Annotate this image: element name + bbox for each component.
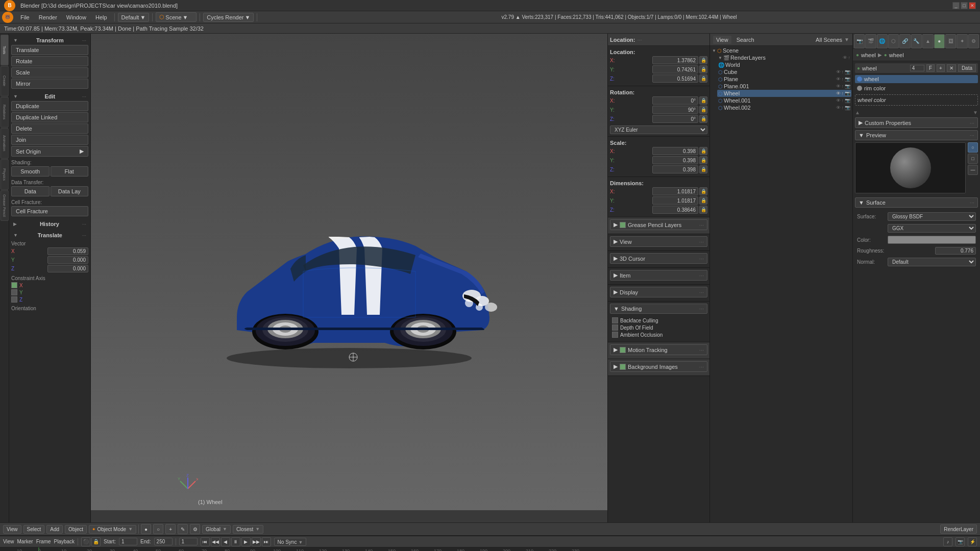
distribution-dropdown[interactable]: GGX [888, 224, 976, 233]
stop-btn[interactable]: ⏸ [231, 537, 240, 546]
playback-label[interactable]: Playback [54, 539, 75, 544]
edit-header[interactable]: ▼ Edit ··· [11, 92, 88, 101]
grease-pencil-checkbox[interactable] [620, 222, 626, 228]
tool-view-btn[interactable]: View [3, 525, 21, 534]
mode-dropdown[interactable]: ● Object Mode ▼ [89, 525, 136, 534]
object-props-tab[interactable]: ⬡ [888, 34, 899, 48]
toolbar-icon4[interactable]: ✎ [178, 524, 188, 534]
frame-label[interactable]: Frame [36, 539, 51, 544]
cell-fracture-button[interactable]: Cell Fracture [11, 206, 88, 216]
outliner-search-label[interactable]: Search [733, 36, 757, 44]
cube-render-icon[interactable]: 📷 [845, 69, 850, 74]
depth-of-field-checkbox[interactable] [612, 324, 618, 331]
record-btn[interactable]: ⚫ [81, 537, 90, 546]
toolbar-icon2[interactable]: ○ [153, 524, 163, 534]
material-slot-name[interactable]: wheel [862, 65, 908, 71]
shading-props-header[interactable]: ▼ Shading ··· [610, 304, 707, 314]
cursor-3d-header[interactable]: ▶ 3D Cursor ··· [610, 253, 707, 264]
mirror-button[interactable]: Mirror [11, 79, 88, 89]
physics-tab[interactable]: Physics [1, 159, 9, 190]
dim-y-lock[interactable]: 🔒 [699, 196, 707, 205]
color-picker[interactable] [888, 236, 976, 244]
dim-z-lock[interactable]: 🔒 [699, 206, 707, 214]
join-button[interactable]: Join [11, 135, 88, 145]
scale-y-input[interactable] [652, 156, 698, 164]
wheel001-render-icon[interactable]: 📷 [845, 98, 850, 103]
current-frame-input[interactable] [179, 538, 198, 545]
outliner-renderlayers[interactable]: ▼ 🎬 RenderLayers 👁 ↑ [717, 54, 851, 61]
translate-sec-header[interactable]: ▼ Translate ··· [11, 231, 88, 240]
scene-props-tab[interactable]: 🎬 [865, 34, 876, 48]
rot-y-input[interactable] [652, 106, 698, 114]
menu-render[interactable]: Render [35, 13, 61, 21]
snap-time-btn[interactable]: ⚡ [968, 537, 977, 546]
outliner-wheel001[interactable]: ⬡ Wheel.001 👁 ↑ 📷 [717, 97, 851, 104]
toolbar-icon5[interactable]: ⚙ [190, 524, 200, 534]
item-header[interactable]: ▶ Item ··· [610, 270, 707, 281]
wheel002-select-icon[interactable]: ↑ [842, 105, 844, 110]
modifier-props-tab[interactable]: 🔧 [911, 34, 922, 48]
wheel001-select-icon[interactable]: ↑ [842, 98, 844, 103]
view-label[interactable]: View [3, 539, 14, 544]
cube-select-icon[interactable]: ↑ [842, 69, 844, 74]
delete-button[interactable]: Delete [11, 123, 88, 134]
preview-cube-btn[interactable]: □ [968, 154, 978, 164]
loc-x-input[interactable] [652, 56, 698, 64]
plane-render-icon[interactable]: 📷 [845, 77, 850, 82]
outliner-plane001[interactable]: ⬡ Plane.001 👁 ↑ 📷 [717, 83, 851, 90]
toolbar-icon1[interactable]: ● [141, 524, 151, 534]
camera-btn[interactable]: 📷 [955, 537, 965, 546]
background-images-header[interactable]: ▶ Background Images ··· [610, 361, 707, 372]
scale-button[interactable]: Scale [11, 67, 88, 78]
wheel001-visibility-icon[interactable]: 👁 [836, 98, 841, 103]
material-data-btn[interactable]: Data [958, 64, 976, 72]
particle-props-tab[interactable]: ✦ [957, 34, 967, 48]
cube-visibility-icon[interactable]: 👁 [836, 69, 841, 74]
snap-dropdown[interactable]: Closest ▼ [233, 525, 263, 534]
loc-z-input[interactable] [652, 74, 698, 83]
custom-properties-header[interactable]: ▶ Custom Properties ··· [855, 117, 978, 128]
roughness-input[interactable] [935, 247, 976, 255]
data-button[interactable]: Data [11, 186, 50, 196]
titlebar-controls[interactable]: _ □ ✕ [952, 2, 976, 9]
rot-z-lock[interactable]: 🔒 [699, 115, 707, 123]
rot-y-lock[interactable]: 🔒 [699, 106, 707, 114]
tools-tab[interactable]: Tools [1, 35, 9, 65]
rotation-mode-dropdown[interactable]: XYZ Euler [610, 126, 707, 134]
sync-dropdown[interactable]: No Sync ▼ [274, 538, 307, 546]
smooth-button[interactable]: Smooth [11, 166, 50, 177]
preview-header[interactable]: ▼ Preview ··· [855, 130, 978, 140]
scale-z-input[interactable] [652, 165, 698, 173]
menu-help[interactable]: Help [91, 13, 111, 21]
material-f-btn[interactable]: F [926, 64, 935, 72]
plane-visibility-icon[interactable]: 👁 [836, 77, 841, 82]
animation-tab[interactable]: Animation [1, 128, 9, 159]
scroll-down-btn[interactable]: ▼ [973, 110, 978, 115]
toolbar-icon3[interactable]: + [165, 524, 176, 534]
scale-y-lock[interactable]: 🔒 [699, 156, 707, 164]
step-fwd-btn[interactable]: ▶▶ [252, 537, 261, 546]
flat-button[interactable]: Flat [51, 166, 89, 177]
vec-y-input[interactable]: 0.000 [47, 256, 88, 264]
texture-props-tab[interactable]: 🖼 [945, 34, 956, 48]
loc-y-lock[interactable]: 🔒 [699, 65, 707, 73]
loc-y-input[interactable] [652, 65, 698, 73]
outliner-wheel[interactable]: ⬡ Wheel 👁 ↑ 📷 [717, 90, 851, 97]
render-layer-btn[interactable]: RenderLayer [940, 524, 977, 534]
plane001-select-icon[interactable]: ↑ [842, 84, 844, 89]
timeline-track[interactable]: -10 0 10 20 30 40 50 60 70 80 90 100 110… [0, 547, 980, 551]
menu-file[interactable]: File [16, 13, 34, 21]
physics-props-tab[interactable]: ⚙ [968, 34, 979, 48]
motion-tracking-checkbox[interactable] [620, 347, 626, 353]
scale-z-lock[interactable]: 🔒 [699, 165, 707, 173]
dim-x-input[interactable] [652, 187, 698, 195]
minimize-button[interactable]: _ [952, 2, 960, 9]
play-btn[interactable]: ▶ [241, 537, 251, 546]
scroll-up-btn[interactable]: ▲ [855, 110, 860, 115]
step-back-btn[interactable]: ◀◀ [211, 537, 220, 546]
normal-dropdown[interactable]: Default [888, 258, 976, 266]
wheel-select-icon[interactable]: ↑ [842, 91, 844, 96]
constraint-z-checkbox[interactable] [11, 296, 17, 303]
loc-z-lock[interactable]: 🔒 [699, 74, 707, 83]
start-input[interactable] [119, 538, 137, 545]
